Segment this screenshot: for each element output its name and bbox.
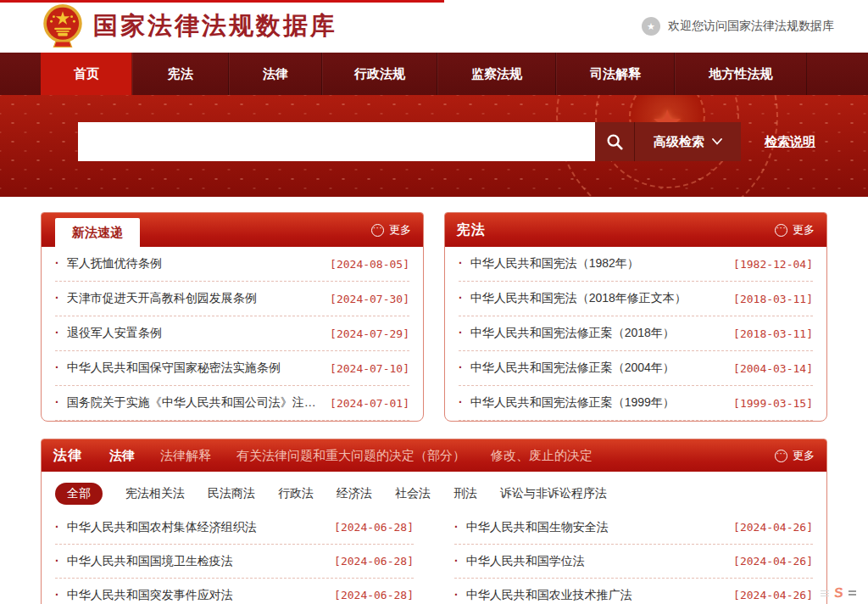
panel-laws-header: 法律 法律 法律解释 有关法律问题和重大问题的决定（部分） 修改、废止的决定 ·… [42, 439, 826, 472]
filter-all[interactable]: 全部 [55, 483, 103, 505]
more-label: 更多 [389, 222, 411, 238]
main-content: 新法速递 ··· 更多 ·军人抚恤优待条例 [2024-08-05] ·天津市促… [0, 197, 868, 604]
tab-law-interpretations[interactable]: 法律解释 [160, 448, 211, 464]
filter-social[interactable]: 社会法 [395, 486, 431, 501]
laws-left-column: ·中华人民共和国农村集体经济组织法 [2024-06-28] ·中华人民共和国国… [55, 511, 414, 604]
filter-procedural[interactable]: 诉讼与非诉讼程序法 [500, 486, 607, 501]
law-date: [2004-03-14] [733, 362, 813, 375]
chevron-down-icon [712, 138, 722, 145]
site-title: 国家法律法规数据库 [93, 9, 337, 43]
law-date: [2024-07-29] [330, 327, 409, 340]
tab-new-laws[interactable]: 新法速递 [55, 218, 140, 247]
law-date: [2024-07-30] [330, 293, 409, 305]
new-laws-list: ·军人抚恤优待条例 [2024-08-05] ·天津市促进天开高教科创园发展条例… [42, 247, 423, 421]
panel-title: 宪法 [457, 221, 486, 239]
law-date: [2024-07-10] [330, 362, 409, 375]
search-help-link[interactable]: 检索说明 [765, 134, 815, 150]
list-item[interactable]: ·军人抚恤优待条例 [2024-08-05] [55, 247, 409, 282]
list-item[interactable]: ·天津市促进天开高教科创园发展条例 [2024-07-30] [55, 282, 409, 316]
nav-item-administrative-regulations[interactable]: 行政法规 [322, 53, 437, 95]
tab-amendment-repeal-decisions[interactable]: 修改、废止的决定 [491, 448, 593, 464]
law-date: [2024-07-01] [330, 397, 409, 410]
site-header: 国家法律法规数据库 ★ 欢迎您访问国家法律法规数据库 [0, 0, 868, 53]
panel-laws: 法律 法律 法律解释 有关法律问题和重大问题的决定（部分） 修改、废止的决定 ·… [41, 439, 827, 604]
laws-list: ·中华人民共和国农村集体经济组织法 [2024-06-28] ·中华人民共和国国… [42, 509, 826, 604]
capture-extension-badge[interactable]: S [821, 585, 856, 601]
advanced-search-button[interactable]: 高级检索 [634, 122, 741, 161]
laws-more-button[interactable]: ··· 更多 [775, 448, 815, 463]
nav-item-judicial-interpretations[interactable]: 司法解释 [556, 53, 675, 95]
law-date: [2024-06-28] [334, 521, 414, 534]
bullet-icon: · [55, 326, 59, 339]
law-date: [2024-04-26] [733, 589, 813, 601]
list-item[interactable]: ·中华人民共和国宪法修正案（2004年） [2004-03-14] [459, 351, 813, 386]
panel-constitution: 宪法 ··· 更多 ·中华人民共和国宪法（1982年） [1982-12-04]… [444, 212, 827, 422]
laws-tabs: 法律 法律解释 有关法律问题和重大问题的决定（部分） 修改、废止的决定 [109, 448, 775, 464]
search-input[interactable] [78, 122, 595, 161]
nav-item-laws[interactable]: 法律 [229, 53, 322, 95]
list-item[interactable]: ·中华人民共和国农业技术推广法 [2024-04-26] [454, 579, 813, 604]
filter-criminal[interactable]: 刑法 [453, 486, 477, 501]
laws-right-column: ·中华人民共和国生物安全法 [2024-04-26] ·中华人民共和国学位法 [… [454, 511, 813, 604]
bullet-icon: · [459, 256, 463, 270]
panel-new-laws: 新法速递 ··· 更多 ·军人抚恤优待条例 [2024-08-05] ·天津市促… [41, 212, 424, 422]
bullet-icon: · [459, 395, 463, 409]
main-nav: 首页 宪法 法律 行政法规 监察法规 司法解释 地方性法规 [0, 53, 868, 95]
tab-decisions-on-legal-issues[interactable]: 有关法律问题和重大问题的决定（部分） [236, 448, 465, 464]
more-label: 更多 [793, 222, 815, 238]
bullet-icon: · [55, 291, 59, 305]
tab-laws[interactable]: 法律 [109, 448, 135, 464]
filter-constitution-related[interactable]: 宪法相关法 [125, 486, 185, 501]
badge-lines-icon [821, 590, 829, 596]
bullet-icon: · [55, 554, 59, 568]
list-item[interactable]: ·中华人民共和国保守国家秘密法实施条例 [2024-07-10] [55, 351, 409, 386]
search-icon [605, 132, 624, 151]
bullet-icon: · [454, 554, 459, 568]
list-item[interactable]: ·中华人民共和国宪法修正案（2018年） [2018-03-11] [459, 316, 813, 351]
nav-item-constitution[interactable]: 宪法 [132, 53, 229, 95]
welcome-text: 欢迎您访问国家法律法规数据库 [668, 19, 834, 34]
list-item[interactable]: ·退役军人安置条例 [2024-07-29] [55, 316, 409, 351]
list-item[interactable]: ·国务院关于实施《中华人民共和国公司法》注册资本登… [2024-07-01] [55, 386, 409, 421]
law-date: [2024-06-28] [334, 589, 414, 601]
bullet-icon: · [55, 588, 59, 601]
bullet-icon: · [55, 361, 59, 374]
nav-item-home[interactable]: 首页 [41, 53, 132, 95]
nav-item-local-regulations[interactable]: 地方性法规 [675, 53, 807, 95]
list-item[interactable]: ·中华人民共和国突发事件应对法 [2024-06-28] [55, 579, 414, 604]
bullet-icon: · [459, 361, 463, 374]
law-date: [2024-04-26] [733, 555, 813, 568]
constitution-list: ·中华人民共和国宪法（1982年） [1982-12-04] ·中华人民共和国宪… [445, 247, 826, 421]
list-item[interactable]: ·中华人民共和国宪法（2018年修正文本） [2018-03-11] [459, 282, 813, 316]
s-logo-icon: S [833, 584, 843, 601]
list-item[interactable]: ·中华人民共和国宪法（1982年） [1982-12-04] [459, 247, 813, 282]
law-date: [2018-03-11] [733, 327, 813, 340]
bullet-icon: · [454, 520, 459, 534]
bullet-icon: · [454, 588, 459, 601]
search-banner: ★ 高级检索 检索说明 [0, 95, 868, 197]
list-item[interactable]: ·中华人民共和国宪法修正案（1999年） [1999-03-15] [459, 386, 813, 421]
bullet-icon: · [55, 256, 59, 270]
law-date: [2024-04-26] [733, 521, 813, 534]
panel-constitution-header: 宪法 ··· 更多 [445, 213, 826, 247]
law-date: [2024-06-28] [334, 555, 414, 568]
list-item[interactable]: ·中华人民共和国农村集体经济组织法 [2024-06-28] [55, 511, 414, 545]
filter-administrative[interactable]: 行政法 [278, 486, 314, 501]
brand: 国家法律法规数据库 [41, 3, 337, 50]
loading-progress-bar [0, 0, 444, 3]
filter-economic[interactable]: 经济法 [337, 486, 372, 501]
law-category-filters: 全部 宪法相关法 民法商法 行政法 经济法 社会法 刑法 诉讼与非诉讼程序法 [42, 472, 826, 509]
search-button[interactable] [595, 122, 634, 161]
law-date: [1999-03-15] [733, 397, 813, 410]
filter-civil-commercial[interactable]: 民法商法 [208, 486, 255, 501]
ellipsis-circle-icon: ··· [775, 450, 787, 462]
law-date: [1982-12-04] [733, 258, 813, 271]
bullet-icon: · [55, 520, 59, 534]
list-item[interactable]: ·中华人民共和国生物安全法 [2024-04-26] [454, 511, 813, 545]
list-item[interactable]: ·中华人民共和国国境卫生检疫法 [2024-06-28] [55, 545, 414, 579]
search-bar: 高级检索 检索说明 [78, 122, 815, 161]
nav-item-supervision-regulations[interactable]: 监察法规 [437, 53, 556, 95]
new-laws-more-button[interactable]: ··· 更多 [371, 222, 411, 238]
list-item[interactable]: ·中华人民共和国学位法 [2024-04-26] [454, 545, 813, 579]
constitution-more-button[interactable]: ··· 更多 [775, 222, 815, 238]
